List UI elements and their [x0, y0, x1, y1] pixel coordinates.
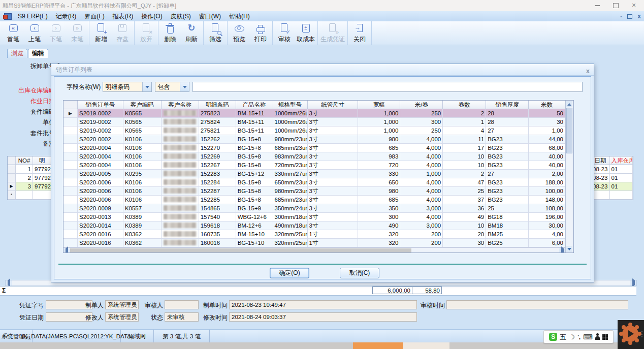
- sales-order-row[interactable]: S2020-0006K0106152285BG-15+8685mm/23um..…: [63, 196, 565, 204]
- cell[interactable]: [162, 213, 199, 221]
- cancel-button[interactable]: 取消(C): [340, 268, 379, 278]
- column-header-7[interactable]: 纸管尺寸: [308, 101, 359, 109]
- cell[interactable]: 3,000: [400, 204, 443, 213]
- cell[interactable]: BG-15+9: [236, 204, 273, 213]
- cell[interactable]: 1,00: [529, 126, 565, 135]
- cell[interactable]: BG-15+8: [236, 152, 273, 161]
- cell[interactable]: 152269: [199, 152, 236, 161]
- sales-order-row[interactable]: S2020-0002K0106152262BG-15+8980mm/23um..…: [63, 135, 565, 144]
- cell[interactable]: 4,000: [400, 135, 443, 144]
- scroll-right-icon[interactable]: [559, 248, 565, 252]
- toolbox-grid-icon[interactable]: [602, 334, 608, 340]
- detail-grid-left-fragment[interactable]: NO#明197792297792▶397792*: [7, 156, 52, 200]
- cell[interactable]: K0106: [123, 152, 162, 161]
- column-header-5[interactable]: 产品名称: [236, 101, 273, 109]
- cell[interactable]: 152267: [199, 161, 236, 170]
- sales-order-row[interactable]: S2020-0004K0106152270BG-15+8685mm/23um..…: [63, 144, 565, 152]
- scroll-left-icon[interactable]: [6, 280, 12, 285]
- moon-icon[interactable]: ☽: [569, 334, 575, 340]
- cell[interactable]: 152262: [199, 135, 236, 144]
- audit-button[interactable]: ✓审核: [274, 21, 295, 45]
- cell[interactable]: S2020-0004: [78, 152, 123, 161]
- cell[interactable]: 275823: [199, 109, 236, 118]
- scroll-down-icon[interactable]: [566, 246, 572, 252]
- cell[interactable]: 25: [486, 204, 529, 213]
- cell[interactable]: 983: [358, 152, 400, 161]
- mdi-minimize-button[interactable]: -: [620, 13, 622, 20]
- cell[interactable]: 3寸: [308, 126, 359, 135]
- cell[interactable]: 200: [400, 239, 443, 247]
- grid-vertical-scrollbar[interactable]: [565, 101, 573, 252]
- sales-order-row[interactable]: S2020-0005K0295152283BG-15+12330mm/27um.…: [63, 170, 565, 178]
- ok-button[interactable]: 确定(O): [270, 268, 309, 278]
- cell[interactable]: 4,000: [400, 187, 443, 196]
- cell[interactable]: 320mm/25um...: [273, 230, 308, 239]
- cell[interactable]: 97792: [33, 182, 51, 191]
- cell[interactable]: 1: [16, 165, 33, 174]
- scroll-up-icon[interactable]: [566, 101, 572, 107]
- status-field[interactable]: 未审核: [165, 312, 199, 322]
- cell[interactable]: 40,00: [529, 161, 565, 170]
- cell[interactable]: 1,000: [358, 109, 400, 118]
- cell[interactable]: 2: [16, 174, 33, 182]
- cell[interactable]: 2: [443, 109, 486, 118]
- cell[interactable]: BG-15+10: [236, 239, 273, 247]
- taskbar-button-active[interactable]: [353, 342, 403, 349]
- cell[interactable]: K0557: [123, 204, 162, 213]
- cell[interactable]: K0565: [123, 118, 162, 126]
- cell[interactable]: S2020-0006: [78, 196, 123, 204]
- column-header-1[interactable]: 销售订单号: [78, 101, 123, 109]
- sales-order-row[interactable]: S2020-0016K0362160016BG-15+10320mm/25um.…: [63, 239, 565, 247]
- cell[interactable]: 980: [358, 135, 400, 144]
- cell[interactable]: 4: [443, 126, 486, 135]
- cell[interactable]: BG23: [486, 187, 529, 196]
- cell[interactable]: 152287: [199, 187, 236, 196]
- menu-item-skins[interactable]: 皮肤(S): [167, 12, 195, 20]
- cell[interactable]: 4,000: [400, 161, 443, 170]
- column-header-6[interactable]: 规格型号: [273, 101, 308, 109]
- cell[interactable]: BG25: [486, 239, 529, 247]
- cell[interactable]: 97792: [33, 165, 51, 174]
- overlapping-app-corner[interactable]: [618, 320, 644, 349]
- sales-order-row[interactable]: S2020-0014K0389159618BM-12+6490mm/18um..…: [63, 221, 565, 230]
- cell[interactable]: 1,000: [358, 118, 400, 126]
- new-button[interactable]: +新增: [90, 21, 112, 45]
- cell[interactable]: 30: [529, 118, 565, 126]
- cell[interactable]: S2019-0002: [78, 118, 123, 126]
- preview-button[interactable]: 预览: [229, 21, 250, 45]
- column-header[interactable]: NO#: [16, 156, 33, 165]
- cell[interactable]: [162, 204, 199, 213]
- cell[interactable]: 4,000: [400, 178, 443, 187]
- cell[interactable]: 28: [486, 118, 529, 126]
- cell[interactable]: K0106: [123, 144, 162, 152]
- cell[interactable]: 108,00: [529, 204, 565, 213]
- cell[interactable]: 200: [400, 230, 443, 239]
- cell[interactable]: 980mm/23um...: [273, 187, 308, 196]
- cell[interactable]: [162, 118, 199, 126]
- column-header-8[interactable]: 宽幅: [358, 101, 400, 109]
- sales-order-row[interactable]: S2020-0016K0362160735BM-15+10320mm/25um.…: [63, 230, 565, 239]
- cell[interactable]: 300mm/18um...: [273, 213, 308, 221]
- sales-order-row[interactable]: S2019-0002K0565275821BG-15+111000mm/26u.…: [63, 126, 565, 135]
- cell[interactable]: S2020-0005: [78, 170, 123, 178]
- cell[interactable]: 30,00: [529, 221, 565, 230]
- sogou-input-icon[interactable]: S: [549, 333, 557, 341]
- cell[interactable]: 275824: [199, 118, 236, 126]
- cell[interactable]: 44,00: [529, 135, 565, 144]
- cell[interactable]: S2020-0002: [78, 135, 123, 144]
- cell[interactable]: S2019-0002: [78, 109, 123, 118]
- table-row[interactable]: 08-2301: [591, 165, 633, 174]
- cell[interactable]: [162, 187, 199, 196]
- column-header-2[interactable]: 客户编码: [123, 101, 162, 109]
- tab-edit[interactable]: 编辑: [28, 49, 48, 58]
- cell[interactable]: 2: [443, 170, 486, 178]
- cell[interactable]: 685mm/23um...: [273, 196, 308, 204]
- cell[interactable]: 3寸: [308, 221, 359, 230]
- cell[interactable]: [162, 178, 199, 187]
- cell[interactable]: BM-12+6: [236, 221, 273, 230]
- cell[interactable]: 148,00: [529, 196, 565, 204]
- sales-order-grid[interactable]: 销售订单号客户编码客户名称明细条码产品名称规格型号纸管尺寸宽幅米/卷卷数销售厚度…: [63, 100, 574, 253]
- cell[interactable]: [162, 161, 199, 170]
- cell[interactable]: S2020-0004: [78, 161, 123, 170]
- cell[interactable]: [162, 135, 199, 144]
